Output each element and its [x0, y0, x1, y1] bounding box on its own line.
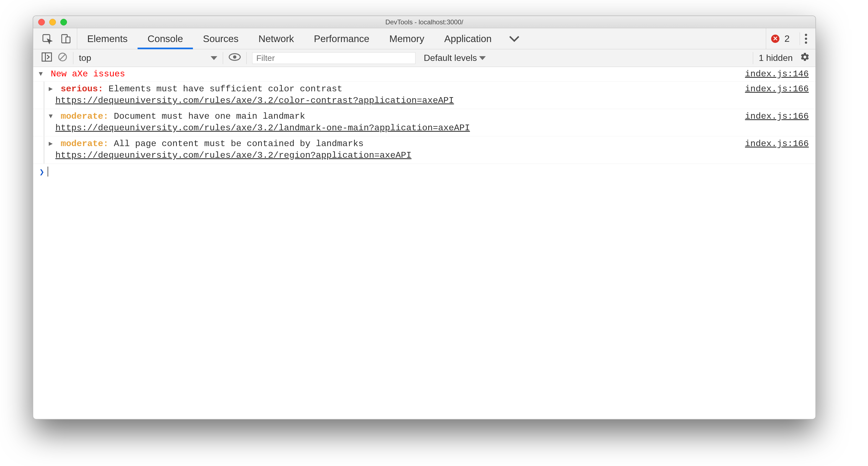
window-title: DevTools - localhost:3000/ — [33, 18, 815, 26]
rule-link[interactable]: https://dequeuniversity.com/rules/axe/3.… — [55, 150, 411, 160]
source-link[interactable]: index.js:166 — [745, 138, 809, 150]
chevron-down-icon — [211, 56, 217, 60]
source-link[interactable]: index.js:146 — [745, 68, 809, 80]
console-filter-input[interactable] — [252, 52, 415, 64]
svg-line-6 — [60, 54, 65, 60]
svg-rect-2 — [66, 37, 70, 43]
tab-sources[interactable]: Sources — [193, 28, 248, 49]
panel-tabs-bar: Elements Console Sources Network Perform… — [33, 28, 815, 49]
hidden-messages-count[interactable]: 1 hidden — [759, 53, 795, 63]
panel-tabs: Elements Console Sources Network Perform… — [77, 28, 766, 49]
svg-rect-3 — [42, 53, 52, 61]
disclosure-down-icon[interactable]: ▼ — [49, 111, 55, 122]
severity-label: serious: — [61, 84, 103, 94]
disclosure-down-icon[interactable]: ▼ — [39, 68, 45, 80]
console-output: ▼ New aXe issues index.js:146 index.js:1… — [33, 67, 815, 179]
log-levels-select[interactable]: Default levels — [421, 53, 486, 63]
tab-application[interactable]: Application — [434, 28, 501, 49]
console-sidebar-toggle-icon[interactable] — [41, 52, 52, 64]
console-group-title: New aXe issues — [51, 69, 125, 79]
close-window-button[interactable] — [38, 19, 45, 26]
console-prompt[interactable]: ❯ — [33, 164, 815, 179]
console-message: Elements must have sufficient color cont… — [108, 84, 342, 94]
tabs-overflow-button[interactable] — [501, 28, 527, 49]
console-message: All page content must be contained by la… — [114, 138, 364, 149]
disclosure-right-icon[interactable]: ▶ — [49, 138, 55, 150]
live-expression-icon[interactable] — [228, 53, 241, 63]
chevron-down-icon — [479, 56, 486, 60]
tab-network[interactable]: Network — [249, 28, 304, 49]
minimize-window-button[interactable] — [49, 19, 56, 26]
console-entry[interactable]: index.js:166 ▶ serious: Elements must ha… — [33, 82, 815, 109]
rule-link[interactable]: https://dequeuniversity.com/rules/axe/3.… — [55, 95, 454, 106]
error-count[interactable]: 2 — [784, 33, 790, 44]
devtools-window: DevTools - localhost:3000/ — [33, 15, 816, 420]
execution-context-label: top — [79, 53, 91, 63]
source-link[interactable]: index.js:166 — [745, 83, 809, 95]
log-levels-label: Default levels — [424, 53, 477, 63]
source-link[interactable]: index.js:166 — [745, 111, 809, 122]
tab-elements[interactable]: Elements — [77, 28, 137, 49]
console-entry[interactable]: index.js:166 ▶ moderate: All page conten… — [33, 136, 815, 164]
console-message: Document must have one main landmark — [114, 111, 305, 122]
console-entry[interactable]: index.js:166 ▼ moderate: Document must h… — [33, 109, 815, 136]
tab-console[interactable]: Console — [137, 28, 193, 49]
clear-console-icon[interactable] — [58, 52, 67, 64]
console-group-header[interactable]: ▼ New aXe issues index.js:146 — [33, 67, 815, 82]
error-icon[interactable]: ✕ — [771, 35, 779, 43]
rule-link[interactable]: https://dequeuniversity.com/rules/axe/3.… — [55, 123, 470, 133]
severity-label: moderate: — [61, 111, 108, 122]
disclosure-right-icon[interactable]: ▶ — [49, 83, 55, 95]
titlebar: DevTools - localhost:3000/ — [33, 16, 815, 28]
execution-context-select[interactable]: top — [79, 53, 217, 63]
devtools-menu-button[interactable] — [800, 32, 807, 45]
tab-performance[interactable]: Performance — [304, 28, 379, 49]
text-cursor — [48, 166, 48, 177]
window-controls — [33, 19, 67, 26]
console-settings-icon[interactable] — [800, 52, 810, 64]
severity-label: moderate: — [61, 138, 108, 149]
zoom-window-button[interactable] — [60, 19, 67, 26]
svg-point-8 — [233, 55, 237, 59]
inspect-element-icon[interactable] — [41, 33, 53, 44]
console-toolbar: top Default levels 1 hidden — [33, 49, 815, 67]
device-toolbar-icon[interactable] — [60, 33, 71, 44]
tab-memory[interactable]: Memory — [379, 28, 434, 49]
prompt-caret-icon: ❯ — [39, 167, 44, 177]
